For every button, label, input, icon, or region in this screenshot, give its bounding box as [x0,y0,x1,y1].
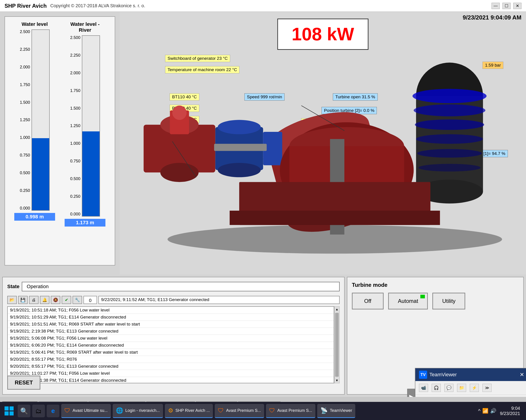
network-icon[interactable]: 📶 [482,408,488,414]
tv-taskbar-text: TeamViewer [330,408,352,413]
scrollbar[interactable]: ▲ ▼ [334,306,340,383]
log-area: 9/19/2021; 10:51:18 AM; TG1; F056 Low wa… [7,306,340,383]
close-button[interactable]: ✕ [513,3,521,9]
state-label: State [7,284,20,290]
turbine-automat-button[interactable]: Automat [388,293,428,309]
machine-3d-visualization [120,43,526,258]
svg-point-12 [218,163,261,177]
alarm2-button[interactable]: 🔕 [51,296,60,304]
river-level-bar-wrapper [82,35,100,216]
log-item[interactable]: 9/20/2021; 11:01:27 PM; TG1; F056 Low wa… [8,370,334,377]
taskbar-avast-2[interactable]: 🛡 Avast Premium S... [215,404,264,418]
print-button[interactable]: 🖨 [29,296,39,304]
avast-3-text: Avast Premium S... [277,408,312,413]
chevron-up-icon[interactable]: ^ [478,408,480,414]
svg-rect-35 [5,411,9,415]
log-item[interactable]: 9/19/2021; 10:51:29 AM; TG1; E114 Genera… [8,314,334,321]
system-tray: ^ 📶 🔊 [478,408,496,414]
water-level-river-gauge: Water level - River 2.500 2.250 2.000 1.… [65,21,105,261]
avast-icon-2: 🛡 [218,407,224,414]
turbine-mode-title: Turbine mode [352,282,519,288]
minimize-button[interactable]: — [492,3,500,9]
water-level-value: 0.998 m [14,213,55,221]
taskbar-date-value: 9/23/2021 [500,411,520,416]
main-window: Water level 2.500 2.250 2.000 1.750 1.50… [0,12,526,420]
water-level-bar [32,138,49,210]
log-item[interactable]: 9/20/2021; 11:01:38 PM; TG1; E114 Genera… [8,377,334,383]
edge-browser-icon[interactable]: e [47,405,59,417]
alarm-button[interactable]: 🔔 [40,296,50,304]
tv-toolbar: 📹 🎧 💬 📁 ⚡ ≫ [415,381,526,395]
tv-more-button[interactable]: ≫ [483,384,492,392]
state-value: Operation [22,282,340,291]
taskbar-clock[interactable]: 9:04 9/23/2021 [500,406,520,416]
event-counter: 0 [83,296,97,304]
taskbar-avast-3[interactable]: 🛡 Avast Premium S... [266,404,315,418]
start-button[interactable] [2,404,16,418]
search-taskbar-button[interactable]: 🔍 [18,405,30,417]
taskbar-teamviewer[interactable]: 📡 TeamViewer [317,404,355,418]
taskbar-shp[interactable]: ⚙ SHP River Avich ... [165,404,213,418]
top-section: Water level 2.500 2.250 2.000 1.750 1.50… [0,12,526,274]
copyright-text: Copyright © 2017-2018 ALVA Strakonice s.… [50,3,145,8]
scroll-thumb[interactable] [335,313,339,377]
shp-icon: ⚙ [168,407,173,414]
bottom-section: State Operation 📂 💾 🖨 🔔 🔕 ✔ 🔧 0 9/22/202… [0,274,526,397]
scroll-up[interactable]: ▲ [334,306,339,312]
last-message: 9/22/2021; 9:11:52 AM; TG1; E113 Generat… [98,296,340,304]
toolbar: 📂 💾 🖨 🔔 🔕 ✔ 🔧 0 9/22/2021; 9:11:52 AM; T… [7,296,340,304]
avast-icon-1: 🛡 [64,407,70,414]
window-controls: — ☐ ✕ [492,3,521,9]
log-item[interactable]: 9/19/2021; 2:19:38 PM; TG1; E113 Generat… [8,328,334,335]
log-item[interactable]: 9/19/2021; 10:51:18 AM; TG1; F056 Low wa… [8,307,334,314]
windows-logo-icon [4,406,14,416]
taskbar: 🔍 🗂 e 🛡 Avast Ultimate su... 🌐 Login - r… [0,402,526,420]
open-folder-button[interactable]: 📂 [7,296,17,304]
power-value: 108 kW [292,24,354,44]
river-level-value: 1.173 m [65,219,105,226]
task-view-button[interactable]: 🗂 [32,405,45,417]
log-list[interactable]: 9/19/2021; 10:51:18 AM; TG1; F056 Low wa… [7,306,334,383]
state-row: State Operation [7,282,340,291]
tv-audio-button[interactable]: 🎧 [432,384,441,392]
taskbar-time-value: 9:04 [500,406,520,411]
tv-title: TeamViewer [429,372,457,378]
svg-rect-33 [5,406,9,410]
svg-point-22 [415,119,484,130]
log-item[interactable]: 9/20/2021; 8:55:17 PM; TG1; E113 Generat… [8,363,334,370]
log-item[interactable]: 9/19/2021; 10:51:51 AM; TG1; R069 START … [8,321,334,328]
browser-icon: 🌐 [116,407,123,414]
tv-video-button[interactable]: 📹 [419,384,428,392]
login-text: Login - riveravich... [125,408,160,413]
svg-rect-26 [214,144,267,151]
log-item[interactable]: 9/19/2021; 5:06:08 PM; TG1; F056 Low wat… [8,335,334,342]
turbine-mode-buttons: Off Automat Utility [352,293,519,309]
tv-files-button[interactable]: 📁 [457,384,466,392]
save-button[interactable]: 💾 [18,296,28,304]
scroll-down[interactable]: ▼ [334,378,339,383]
svg-point-25 [419,164,481,172]
svg-rect-36 [10,411,14,415]
water-level-bar-wrapper [31,29,50,211]
volume-icon[interactable]: 🔊 [490,408,496,414]
tv-actions-button[interactable]: ⚡ [470,384,479,392]
restore-button[interactable]: ☐ [502,3,511,9]
svg-point-13 [218,120,261,134]
svg-point-24 [417,149,482,158]
turbine-off-button[interactable]: Off [352,293,384,309]
taskbar-avast-1[interactable]: 🛡 Avast Ultimate su... [61,404,111,418]
log-item[interactable]: 9/19/2021; 6:06:20 PM; TG1; E114 Generat… [8,342,334,349]
log-item[interactable]: 9/19/2021; 5:06:41 PM; TG1; R069 START a… [8,349,334,356]
tv-chat-button[interactable]: 💬 [444,384,454,392]
control-panel: State Operation 📂 💾 🖨 🔔 🔕 ✔ 🔧 0 9/22/202… [2,277,345,395]
taskbar-login[interactable]: 🌐 Login - riveravich... [113,404,163,418]
tv-close-button[interactable]: ✕ [520,371,524,378]
svg-point-23 [416,134,483,144]
settings-button[interactable]: 🔧 [72,296,82,304]
log-item[interactable]: 9/20/2021; 8:55:17 PM; TG1; R076 [8,356,334,363]
turbine-utility-button[interactable]: Utility [432,293,465,309]
gauge-panel: Water level 2.500 2.250 2.000 1.750 1.50… [5,16,115,265]
gauge-scale-right: 2.500 2.250 2.000 1.750 1.500 1.250 1.00… [70,35,82,216]
reset-button[interactable]: RESET [7,376,40,390]
check-button[interactable]: ✔ [62,296,71,304]
